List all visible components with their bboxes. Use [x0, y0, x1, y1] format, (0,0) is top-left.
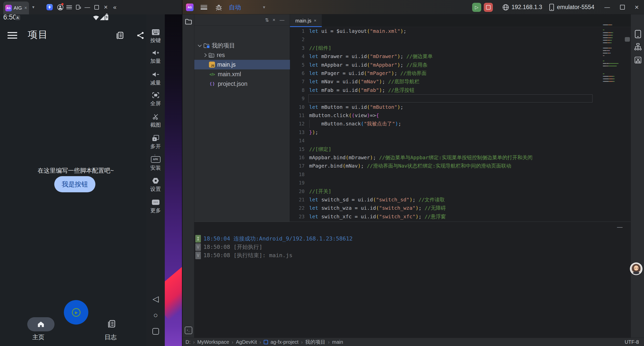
- maximize-icon[interactable]: [93, 0, 100, 14]
- code-text: mAppbar.bind(mDrawer); //侧边菜单与Appbar绑定:实…: [309, 153, 532, 162]
- line-number: 12: [290, 120, 305, 128]
- rotate-screen-icon[interactable]: [75, 0, 82, 14]
- android-home-icon[interactable]: ○: [146, 311, 165, 320]
- ide-minimize-icon[interactable]: —: [604, 0, 610, 14]
- minimap-line: [613, 81, 615, 82]
- tree-item-x[interactable]: 我的项目: [194, 41, 290, 50]
- terminal-icon[interactable]: ›_: [185, 327, 192, 334]
- tree-item-main.js[interactable]: JSmain.js: [194, 60, 290, 69]
- minimap[interactable]: [603, 24, 624, 100]
- project-files-icon[interactable]: [185, 18, 192, 26]
- tree-header: ⇅ × —: [194, 14, 290, 25]
- screenshot-root: AG AIGa... × ▾ — × « 6:50 A: [0, 0, 644, 346]
- chevron-down-icon[interactable]: [198, 43, 202, 47]
- close-icon[interactable]: ×: [102, 0, 109, 14]
- logs-tab-icon[interactable]: [107, 319, 117, 330]
- home-icon: [38, 321, 44, 327]
- minimap-line: [611, 37, 613, 38]
- chevron-right-icon[interactable]: [203, 53, 207, 57]
- console-panel[interactable]: — I18:50:04 连接成功:Android_9/192.168.1.23:…: [194, 222, 631, 338]
- emu-tool-apk-install[interactable]: ↑APK安装: [146, 155, 165, 171]
- js-file-icon: JS: [209, 62, 215, 68]
- wallpaper-strip: [165, 14, 182, 346]
- run-button[interactable]: ▷: [472, 3, 481, 12]
- ide-maximize-icon[interactable]: [620, 0, 625, 14]
- breadcrumb-item[interactable]: D:: [185, 339, 191, 345]
- android-recents-icon[interactable]: [146, 328, 165, 336]
- code-line: 2: [290, 35, 631, 44]
- emu-tool-multi-window[interactable]: +多开: [146, 134, 165, 150]
- emu-tool-more[interactable]: ⋯更多: [146, 198, 165, 214]
- code-text: let mNav = ui.id("mNav"); //底部导航栏: [309, 77, 419, 86]
- share-icon[interactable]: [136, 31, 145, 41]
- code-area[interactable]: 1let ui = $ui.layout("main.xml");23//[组件…: [290, 27, 631, 222]
- code-line: 23let switch_xfc = ui.id("switch_xfc"); …: [290, 212, 631, 221]
- tab-close-icon[interactable]: ×: [24, 5, 27, 11]
- run-fab[interactable]: ▶: [64, 300, 88, 325]
- hide-panel-icon[interactable]: —: [280, 14, 284, 25]
- breadcrumb-item[interactable]: MyWorkspace: [197, 339, 229, 345]
- line-number: 4: [290, 52, 305, 61]
- layout-hierarchy-icon[interactable]: [631, 43, 644, 51]
- device-name[interactable]: emulator-5554: [557, 0, 594, 14]
- editor-tab-close-icon[interactable]: ×: [314, 18, 316, 23]
- expand-all-icon[interactable]: ⇅: [265, 14, 269, 25]
- stop-button[interactable]: [484, 3, 493, 12]
- minimap-line: [608, 48, 611, 48]
- emu-tool-keyboard[interactable]: 按键: [146, 28, 165, 44]
- emulator-tab[interactable]: AG AIGa... ×: [3, 2, 29, 14]
- minimap-line: [609, 81, 612, 82]
- run-mode-chevron-icon[interactable]: ▼: [262, 0, 266, 14]
- debug-bug-icon[interactable]: [215, 0, 222, 14]
- breadcrumb-item[interactable]: 我的项目: [305, 339, 326, 345]
- menu-icon[interactable]: [66, 0, 72, 14]
- tree-item-res[interactable]: res: [194, 50, 290, 60]
- screen-crop-icon[interactable]: [631, 56, 644, 64]
- collapse-icon[interactable]: «: [111, 0, 118, 14]
- code-text: let mAppbar = ui.id("mAppbar"); //应用条: [309, 61, 427, 69]
- breadcrumb-separator: ›: [328, 339, 330, 345]
- emu-tool-scissors[interactable]: 截图: [146, 112, 165, 128]
- device-mirror-icon[interactable]: [631, 30, 644, 39]
- editor[interactable]: main.js × 1let ui = $ui.layout("main.xml…: [290, 14, 631, 222]
- user-avatar[interactable]: [630, 262, 642, 275]
- line-number: 21: [290, 196, 305, 204]
- home-tab[interactable]: [27, 317, 55, 331]
- minimap-line: [603, 66, 606, 66]
- console-minimize-icon[interactable]: —: [617, 224, 623, 230]
- ide-close-icon[interactable]: ×: [635, 0, 639, 14]
- code-line: 16mAppbar.bind(mDrawer); //侧边菜单与Appbar绑定…: [290, 153, 631, 162]
- editor-scrollbar-thumb[interactable]: [625, 37, 630, 42]
- line-number: 11: [290, 111, 305, 120]
- xml-file-icon: </>: [209, 72, 216, 76]
- minimap-line: [604, 76, 608, 77]
- android-back-icon[interactable]: ◁: [146, 294, 165, 304]
- phone-device-icon: [549, 0, 554, 14]
- drawer-menu-icon[interactable]: [8, 32, 17, 39]
- logs-tab-label[interactable]: 日志: [104, 333, 117, 341]
- chevron-down-icon[interactable]: ▾: [30, 0, 36, 14]
- lightning-button[interactable]: [46, 4, 53, 10]
- run-mode-select[interactable]: 自动: [229, 0, 241, 14]
- code-line: 10let mButton = ui.id("mButton");: [290, 103, 631, 111]
- home-tab-label[interactable]: 主页: [32, 333, 44, 341]
- minimize-icon[interactable]: —: [84, 0, 91, 14]
- breadcrumb-item[interactable]: AgDevKit: [236, 339, 257, 345]
- account-icon[interactable]: [57, 0, 64, 14]
- demo-button[interactable]: 我是按钮: [54, 176, 95, 192]
- emu-tool-fullscreen[interactable]: 全屏: [146, 91, 165, 107]
- breadcrumb-item[interactable]: main: [332, 339, 343, 345]
- emu-tool-settings[interactable]: 设置: [146, 176, 165, 193]
- tree-item-main.xml[interactable]: </>main.xml: [194, 69, 290, 79]
- logs-copy-icon[interactable]: [116, 31, 125, 41]
- encoding-label[interactable]: UTF-8: [625, 338, 639, 346]
- editor-tab-mainjs[interactable]: main.js ×: [290, 14, 322, 27]
- device-ip[interactable]: 192.168.1.3: [512, 0, 542, 14]
- main-menu-icon[interactable]: [201, 0, 207, 14]
- emu-tool-volume-up[interactable]: 加量: [146, 48, 165, 65]
- emu-tool-label: 截图: [146, 121, 165, 128]
- tree-item-project.json[interactable]: { }project.json: [194, 79, 290, 89]
- collapse-all-icon[interactable]: ×: [273, 14, 275, 25]
- breadcrumb-item[interactable]: ag-fx-project: [271, 339, 299, 345]
- emu-tool-volume-down[interactable]: 减量: [146, 70, 165, 86]
